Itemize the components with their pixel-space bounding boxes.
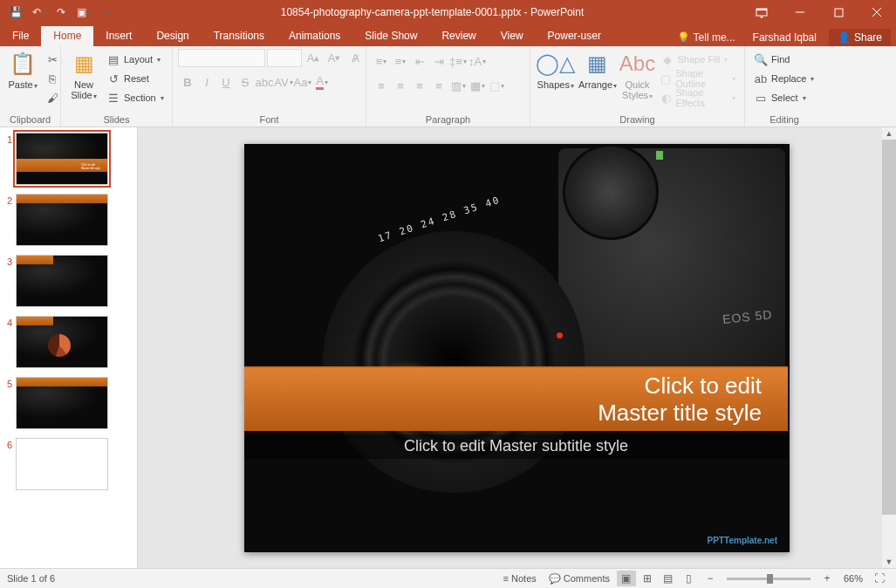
scroll-down-button[interactable]: ▼: [882, 556, 896, 568]
zoom-slider[interactable]: [727, 578, 811, 580]
font-family-select[interactable]: [178, 49, 265, 67]
tab-view[interactable]: View: [489, 26, 536, 46]
vertical-scrollbar[interactable]: ▲ ▼: [882, 127, 896, 568]
thumbnail-4[interactable]: 4: [3, 316, 133, 368]
comments-button[interactable]: 💬Comments: [544, 571, 615, 586]
italic-button[interactable]: I: [197, 72, 216, 92]
scrollbar-thumb[interactable]: [882, 140, 896, 515]
slide-thumbnails-pane[interactable]: 1Click to editMaster title style 2 3 4 5…: [0, 127, 138, 568]
green-indicator: [656, 151, 663, 160]
cut-button[interactable]: ✂: [42, 50, 63, 69]
bold-button[interactable]: B: [178, 72, 197, 92]
smartart-button[interactable]: ⬚▾: [487, 76, 506, 95]
font-color-button[interactable]: A▾: [312, 72, 332, 92]
zoom-out-button[interactable]: −: [701, 571, 720, 586]
quick-styles-button[interactable]: Abc Quick Styles▾: [620, 48, 655, 103]
tab-transitions[interactable]: Transitions: [202, 26, 277, 46]
shadow-button[interactable]: abc: [255, 72, 274, 92]
copy-button[interactable]: ⎘: [42, 69, 63, 88]
arrange-button[interactable]: ▦ Arrange▾: [577, 48, 618, 92]
thumbnail-2[interactable]: 2: [3, 194, 133, 246]
fill-icon: ◆: [660, 52, 674, 66]
slide-counter[interactable]: Slide 1 of 6: [7, 573, 55, 584]
quick-styles-icon: Abc: [624, 50, 652, 78]
bullets-button[interactable]: ≡▾: [372, 51, 391, 71]
normal-view-button[interactable]: ▣: [617, 571, 636, 586]
redo-button[interactable]: ↷: [51, 2, 72, 23]
font-size-select[interactable]: [267, 49, 302, 67]
thumbnail-6[interactable]: 6: [3, 438, 133, 490]
decrease-indent-button[interactable]: ⇤: [410, 51, 429, 71]
reading-view-button[interactable]: ▤: [659, 571, 678, 586]
notes-icon: ≡: [503, 573, 509, 584]
justify-button[interactable]: ≡: [429, 76, 448, 95]
replace-button[interactable]: abReplace▾: [750, 69, 817, 88]
align-center-button[interactable]: ≡: [391, 76, 410, 95]
clear-formatting-button[interactable]: A̷: [345, 48, 365, 67]
slide-canvas[interactable]: 17 20 24 28 35 40 EOS 5D Click to edit M…: [244, 144, 790, 552]
sorter-view-button[interactable]: ⊞: [638, 571, 657, 586]
underline-button[interactable]: U: [216, 72, 236, 92]
maximize-button[interactable]: [819, 0, 858, 24]
fit-to-window-button[interactable]: ⛶: [870, 571, 889, 586]
select-button[interactable]: ▭Select▾: [750, 88, 817, 107]
layout-button[interactable]: ▤Layout▾: [103, 50, 168, 69]
find-button[interactable]: 🔍Find: [750, 50, 817, 69]
change-case-button[interactable]: Aa▾: [293, 72, 312, 92]
slide-editor-area[interactable]: 17 20 24 28 35 40 EOS 5D Click to edit M…: [138, 127, 896, 568]
user-name[interactable]: Farshad Iqbal: [748, 31, 822, 44]
text-direction-button[interactable]: ↕A▾: [468, 51, 487, 71]
minimize-button[interactable]: [781, 0, 819, 24]
tell-me-input[interactable]: 💡 Tell me...: [672, 31, 741, 44]
tab-file[interactable]: File: [0, 26, 41, 46]
thumbnail-3[interactable]: 3: [3, 255, 133, 307]
shapes-button[interactable]: ◯△ Shapes▾: [536, 48, 575, 92]
shape-outline-button[interactable]: ▢Shape Outline▾: [657, 69, 739, 88]
thumbnail-1[interactable]: 1Click to editMaster title style: [3, 133, 133, 185]
start-from-beginning-button[interactable]: ▣▾: [73, 2, 94, 23]
new-slide-button[interactable]: ▦ New Slide▾: [66, 48, 101, 103]
tab-slideshow[interactable]: Slide Show: [352, 26, 429, 46]
paste-button[interactable]: 📋 Paste▾: [5, 48, 40, 92]
title-placeholder[interactable]: Click to edit Master title style: [244, 366, 788, 431]
ribbon-options-button[interactable]: [742, 0, 781, 24]
align-right-button[interactable]: ≡: [410, 76, 429, 95]
tab-design[interactable]: Design: [144, 26, 201, 46]
close-button[interactable]: [858, 0, 896, 24]
increase-font-button[interactable]: A▴: [304, 48, 323, 67]
tab-review[interactable]: Review: [429, 26, 488, 46]
shape-effects-button[interactable]: ◐Shape Effects▾: [657, 88, 739, 107]
status-bar: Slide 1 of 6 ≡Notes 💬Comments ▣ ⊞ ▤ ▯ − …: [0, 568, 896, 588]
zoom-in-button[interactable]: +: [817, 571, 837, 586]
tab-home[interactable]: Home: [41, 26, 93, 46]
decrease-font-button[interactable]: A▾: [325, 48, 344, 67]
format-painter-button[interactable]: 🖌: [42, 88, 63, 107]
notes-button[interactable]: ≡Notes: [498, 571, 542, 585]
columns-button[interactable]: ▥▾: [448, 76, 468, 95]
char-spacing-button[interactable]: AV▾: [274, 72, 293, 92]
zoom-level[interactable]: 66%: [838, 571, 868, 585]
align-left-button[interactable]: ≡: [372, 76, 391, 95]
qat-customize-button[interactable]: ▾: [96, 2, 117, 23]
save-button[interactable]: 💾: [5, 2, 26, 23]
tab-poweruser[interactable]: Power-user: [536, 26, 613, 46]
align-text-button[interactable]: ▦▾: [468, 76, 487, 95]
thumbnail-5[interactable]: 5: [3, 377, 133, 429]
tab-insert[interactable]: Insert: [93, 26, 144, 46]
workspace: 1Click to editMaster title style 2 3 4 5…: [0, 127, 896, 568]
numbering-button[interactable]: ≡▾: [391, 51, 410, 71]
reset-button[interactable]: ↺Reset: [103, 69, 168, 88]
subtitle-placeholder[interactable]: Click to edit Master subtitle style: [244, 434, 788, 459]
strikethrough-button[interactable]: S: [236, 72, 255, 92]
undo-button[interactable]: ↶▾: [28, 2, 49, 23]
group-editing-label: Editing: [750, 113, 818, 126]
share-button[interactable]: 👤Share: [829, 29, 891, 46]
section-button[interactable]: ☰Section▾: [103, 88, 168, 107]
line-spacing-button[interactable]: ‡≡▾: [448, 51, 468, 71]
shape-fill-button[interactable]: ◆Shape Fill▾: [657, 50, 739, 69]
increase-indent-button[interactable]: ⇥: [429, 51, 448, 71]
window-controls: [742, 0, 896, 24]
scroll-up-button[interactable]: ▲: [882, 127, 896, 140]
slideshow-view-button[interactable]: ▯: [680, 571, 699, 586]
tab-animations[interactable]: Animations: [277, 26, 352, 46]
